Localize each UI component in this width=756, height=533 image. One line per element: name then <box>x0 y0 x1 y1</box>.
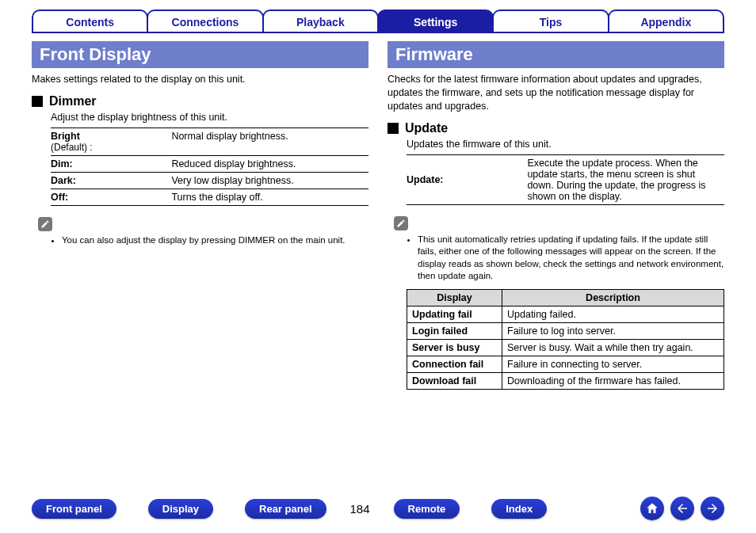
note-icon <box>38 217 52 231</box>
option-val: Turns the display off. <box>171 188 368 205</box>
error-desc: Failure in connecting to server. <box>502 356 724 372</box>
next-page-button[interactable] <box>701 497 724 520</box>
option-key: Dim: <box>51 155 171 172</box>
error-name: Login failed <box>407 322 502 339</box>
tab-playback[interactable]: Playback <box>262 10 379 32</box>
dimmer-options-table: Bright (Default) : Normal display bright… <box>51 128 368 206</box>
tab-appendix[interactable]: Appendix <box>608 10 724 32</box>
section-title-front-display: Front Display <box>32 41 368 68</box>
tab-settings[interactable]: Settings <box>377 10 494 32</box>
footer-link-front-panel[interactable]: Front panel <box>32 499 116 519</box>
table-header-display: Display <box>407 289 502 306</box>
update-options-table: Update: Execute the update process. When… <box>407 154 724 205</box>
error-desc: Server is busy. Wait a while then try ag… <box>502 339 724 356</box>
arrow-left-icon <box>675 501 689 516</box>
option-val: Reduced display brightness. <box>171 155 368 172</box>
footer: Front panel Display Rear panel 184 Remot… <box>32 497 724 520</box>
table-row: Login failed Failure to log into server. <box>407 322 724 339</box>
table-row: Connection fail Failure in connecting to… <box>407 356 724 372</box>
footer-link-rear-panel[interactable]: Rear panel <box>245 499 326 519</box>
tab-tips[interactable]: Tips <box>492 10 609 32</box>
table-row: Off: Turns the display off. <box>51 188 368 205</box>
error-desc: Failure to log into server. <box>502 322 724 339</box>
option-key: Update: <box>407 154 527 204</box>
subhead-dimmer: Dimmer <box>32 94 368 109</box>
table-row: Download fail Downloading of the firmwar… <box>407 372 724 389</box>
subhead-update: Update <box>388 121 724 135</box>
table-row: Bright (Default) : Normal display bright… <box>51 128 368 155</box>
top-tabs: Contents Connections Playback Settings T… <box>32 10 724 33</box>
dimmer-desc: Adjust the display brightness of this un… <box>51 112 368 123</box>
error-name: Updating fail <box>407 306 502 322</box>
table-row: Dim: Reduced display brightness. <box>51 155 368 172</box>
dimmer-note: You can also adjust the display by press… <box>51 234 368 247</box>
update-note: This unit automatically retries updating… <box>407 234 724 283</box>
note-icon <box>394 216 408 230</box>
front-display-intro: Makes settings related to the display on… <box>32 73 368 86</box>
option-val: Very low display brightness. <box>171 172 368 188</box>
table-header-description: Description <box>502 289 724 306</box>
prev-page-button[interactable] <box>670 497 694 520</box>
option-val: Execute the update process. When the upd… <box>527 154 724 204</box>
option-key-sub: (Default) : <box>51 142 93 153</box>
note-item: This unit automatically retries updating… <box>418 234 724 283</box>
table-row: Updating fail Updating failed. <box>407 306 724 322</box>
option-val: Normal display brightness. <box>171 128 368 155</box>
error-name: Connection fail <box>407 356 502 372</box>
error-messages-table: Display Description Updating fail Updati… <box>407 289 724 390</box>
square-bullet-icon <box>388 123 399 134</box>
subhead-update-label: Update <box>405 121 448 135</box>
arrow-right-icon <box>705 501 720 516</box>
square-bullet-icon <box>32 96 43 107</box>
footer-link-remote[interactable]: Remote <box>394 499 460 519</box>
home-button[interactable] <box>640 497 664 520</box>
firmware-intro: Checks for the latest firmware informati… <box>388 73 724 113</box>
error-name: Download fail <box>407 372 502 389</box>
tab-connections[interactable]: Connections <box>147 10 263 32</box>
right-column: Firmware Checks for the latest firmware … <box>388 41 724 390</box>
footer-link-index[interactable]: Index <box>491 499 547 519</box>
table-row: Dark: Very low display brightness. <box>51 172 368 188</box>
option-key: Off: <box>51 188 171 205</box>
left-column: Front Display Makes settings related to … <box>32 41 368 390</box>
error-desc: Downloading of the firmware has failed. <box>502 372 724 389</box>
home-icon <box>645 501 659 516</box>
error-name: Server is busy <box>407 339 502 356</box>
subhead-dimmer-label: Dimmer <box>49 94 97 109</box>
option-key: Bright <box>51 131 80 142</box>
page-number: 184 <box>350 502 370 516</box>
note-item: You can also adjust the display by press… <box>62 234 368 247</box>
table-row: Server is busy Server is busy. Wait a wh… <box>407 339 724 356</box>
update-desc: Updates the firmware of this unit. <box>407 139 724 150</box>
option-key: Dark: <box>51 172 171 188</box>
footer-link-display[interactable]: Display <box>148 499 213 519</box>
section-title-firmware: Firmware <box>388 41 724 68</box>
tab-contents[interactable]: Contents <box>32 10 148 32</box>
error-desc: Updating failed. <box>502 306 724 322</box>
table-row: Update: Execute the update process. When… <box>407 154 724 204</box>
